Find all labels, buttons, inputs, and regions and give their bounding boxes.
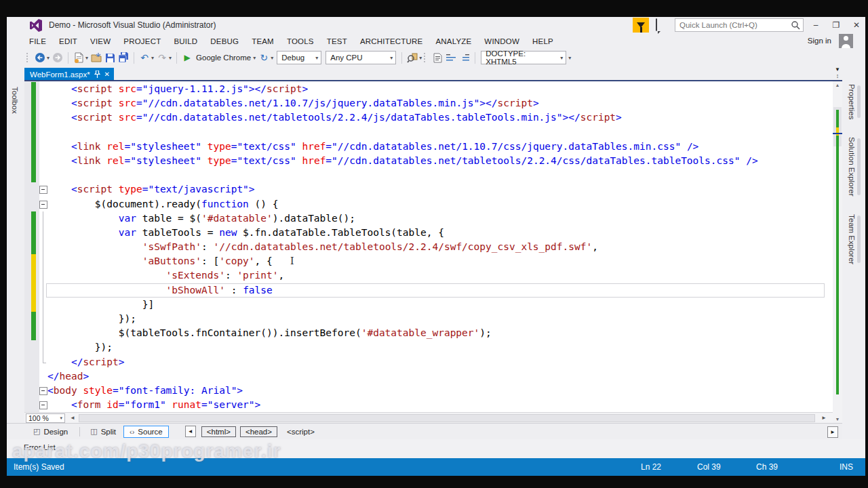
code-line[interactable]: $(document).ready(function () { — [24, 197, 833, 211]
breadcrumb-tag[interactable]: <head> — [240, 426, 277, 437]
sign-in-link[interactable]: Sign in — [808, 37, 831, 45]
increase-indent-button[interactable] — [458, 52, 471, 64]
start-debug-icon[interactable]: ▶ — [181, 52, 193, 64]
autohide-tab[interactable]: Properties — [848, 84, 856, 119]
menu-item[interactable]: PROJECT — [123, 37, 161, 45]
menu-item[interactable]: WINDOW — [484, 37, 519, 45]
menu-item[interactable]: TEST — [327, 37, 347, 45]
code-line[interactable]: <link rel="stylesheet" type="text/css" h… — [24, 140, 833, 154]
split-window-handle[interactable]: ↕ — [833, 73, 842, 80]
code-line[interactable]: <link rel="stylesheet" type="text/css" h… — [24, 154, 833, 168]
new-file-button[interactable] — [73, 52, 85, 64]
tag-navigator-back-icon[interactable]: ◄ — [185, 426, 196, 437]
breadcrumb-tag[interactable]: <html> — [201, 426, 236, 437]
save-all-button[interactable] — [117, 52, 130, 64]
code-line[interactable]: </head> — [24, 369, 833, 384]
user-avatar[interactable] — [839, 34, 853, 48]
code-line[interactable]: }); — [24, 312, 833, 326]
redo-dropdown-icon[interactable]: ▾ — [169, 55, 172, 61]
solution-configuration-select[interactable]: Debug▾ — [277, 51, 321, 64]
code-line[interactable]: <form id="form1" runat="server"> — [24, 398, 833, 412]
breadcrumb-tag[interactable]: <script> — [281, 426, 320, 437]
scrollbar-menu[interactable]: ▼ ↕ — [833, 66, 842, 81]
navigate-backward-button[interactable] — [34, 52, 46, 64]
find-in-files-button[interactable] — [406, 52, 418, 64]
quick-launch-input[interactable] — [675, 21, 791, 29]
code-line[interactable]: 'sExtends': 'print', — [24, 268, 833, 283]
feedback-bubble-icon[interactable] — [656, 19, 668, 31]
code-line[interactable]: <body style="font-family: Arial"> — [24, 384, 833, 398]
menu-item[interactable]: DEBUG — [210, 37, 239, 45]
source-view-button[interactable]: ‹›Source — [123, 426, 169, 438]
code-line[interactable]: var tableTools = new $.fn.dataTable.Tabl… — [24, 226, 833, 240]
window-list-dropdown-icon[interactable]: ▼ — [833, 66, 842, 73]
tab-close-icon[interactable]: ✕ — [104, 71, 110, 78]
code-line[interactable]: }] — [24, 298, 833, 312]
scroll-up-icon[interactable]: ▲ — [833, 83, 842, 87]
autohide-tab[interactable]: Solution Explorer — [848, 137, 856, 197]
scroll-down-icon[interactable]: ▼ — [833, 417, 842, 422]
menu-item[interactable]: ARCHITECTURE — [360, 37, 423, 45]
comment-document-button[interactable] — [431, 52, 443, 64]
fold-collapse-icon[interactable] — [39, 398, 47, 412]
feedback-filter-icon[interactable] — [633, 18, 649, 33]
restore-button[interactable]: ❐ — [827, 18, 845, 32]
code-line[interactable]: var table = $('#datatable').dataTable(); — [24, 211, 833, 226]
tag-navigator-forward-icon[interactable]: ► — [827, 426, 838, 438]
code-line[interactable]: }); — [24, 340, 833, 354]
refresh-button[interactable]: ↻ — [258, 52, 270, 64]
add-item-button[interactable] — [90, 52, 102, 64]
find-dropdown-icon[interactable]: ▾ — [419, 55, 422, 61]
undo-button[interactable]: ↶ — [138, 52, 151, 64]
code-line[interactable]: <script type="text/javascript"> — [24, 182, 833, 197]
code-line[interactable]: 'bShowAll' : false — [24, 283, 833, 298]
tab-webform1[interactable]: WebForm1.aspx* ✕ — [24, 68, 114, 81]
toolbar-overflow-icon[interactable]: ▾ — [568, 55, 571, 61]
start-debug-target-label[interactable]: Google Chrome — [196, 54, 251, 62]
menu-item[interactable]: TEAM — [252, 37, 274, 45]
scroll-left-icon[interactable]: ◄ — [68, 413, 77, 423]
code-editor[interactable]: <script src="jquery-1.11.2.js"></script>… — [24, 81, 833, 412]
code-line[interactable]: 'aButtons': ['copy', { I — [24, 254, 833, 268]
code-line[interactable]: <script src="//cdn.datatables.net/tablet… — [24, 110, 833, 125]
minimize-button[interactable]: – — [807, 18, 825, 32]
code-line[interactable]: <script src="jquery-1.11.2.js"></script> — [24, 82, 833, 96]
menu-item[interactable]: BUILD — [174, 37, 197, 45]
menu-item[interactable]: EDIT — [59, 37, 77, 45]
code-line[interactable]: 'sSwfPath': '//cdn.datatables.net/tablet… — [24, 240, 833, 254]
fold-collapse-icon[interactable] — [39, 182, 47, 197]
autohide-tab[interactable]: Team Explorer — [848, 214, 856, 264]
doctype-select[interactable]: DOCTYPE: XHTML5▾ — [481, 51, 566, 64]
sidebar-item-toolbox[interactable]: Toolbox — [11, 87, 19, 114]
toolbar-grip[interactable] — [26, 52, 29, 63]
menu-item[interactable]: ANALYZE — [435, 37, 471, 45]
fold-collapse-icon[interactable] — [39, 197, 47, 211]
code-line[interactable]: $(tableTools.fnContainer()).insertBefore… — [24, 326, 833, 340]
undo-dropdown-icon[interactable]: ▾ — [151, 55, 154, 61]
menu-item[interactable]: VIEW — [90, 37, 111, 45]
horizontal-scroll-thumb[interactable] — [79, 414, 815, 422]
vertical-scrollbar[interactable]: ▲ ▼ — [833, 81, 842, 423]
navigate-forward-button[interactable] — [52, 52, 64, 64]
solution-platform-select[interactable]: Any CPU▾ — [326, 51, 396, 64]
start-target-dropdown-icon[interactable]: ▾ — [253, 55, 256, 61]
new-file-dropdown-icon[interactable]: ▾ — [85, 55, 88, 61]
design-view-button[interactable]: ◰Design — [27, 425, 74, 438]
menu-item[interactable]: FILE — [29, 37, 46, 45]
code-line[interactable]: <script src="//cdn.datatables.net/1.10.7… — [24, 96, 833, 110]
split-view-button[interactable]: ◫Split — [84, 425, 122, 438]
decrease-indent-button[interactable] — [445, 52, 457, 64]
scroll-right-icon[interactable]: ► — [819, 413, 829, 423]
save-button[interactable] — [104, 52, 116, 64]
quick-launch-box[interactable] — [675, 18, 804, 32]
close-button[interactable]: ✕ — [848, 18, 865, 32]
menu-item[interactable]: TOOLS — [287, 37, 314, 45]
navigate-back-dropdown-icon[interactable]: ▾ — [47, 55, 50, 61]
editor-zoom-select[interactable]: 100 % ▾ — [26, 413, 65, 423]
redo-button[interactable]: ↷ — [156, 52, 168, 64]
menu-item[interactable]: HELP — [532, 37, 553, 45]
toolbar-grip[interactable] — [423, 52, 427, 63]
code-line[interactable] — [24, 168, 833, 182]
pin-icon[interactable] — [94, 70, 100, 79]
code-line[interactable] — [24, 125, 833, 140]
